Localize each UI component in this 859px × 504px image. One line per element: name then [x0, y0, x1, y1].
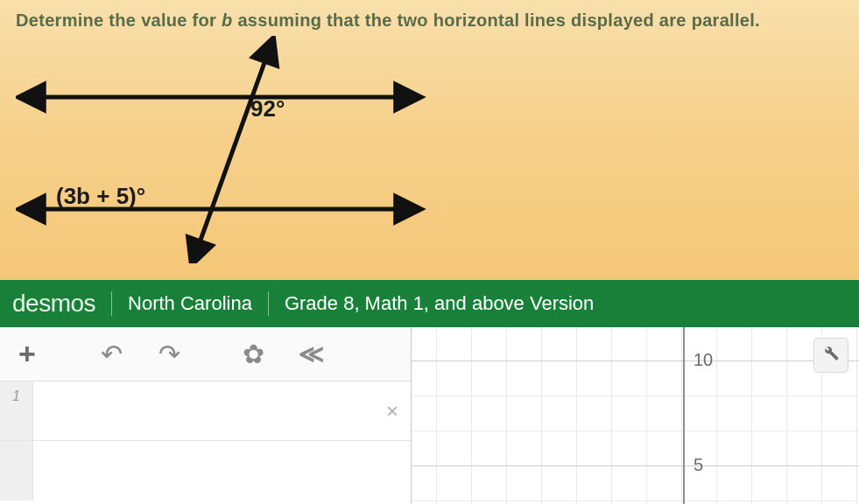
collapse-panel-button[interactable]: ≪	[292, 336, 329, 373]
question-suffix: assuming that the two horizontal lines d…	[233, 10, 760, 30]
redo-button[interactable]: ↷	[151, 336, 187, 373]
row-index: 1	[0, 382, 33, 440]
svg-line-2	[195, 48, 270, 255]
question-prefix: Determine the value for	[16, 10, 222, 30]
geometry-figure: 92° (3b + 5)°	[16, 36, 436, 263]
expression-toolbar: + ↶ ↷ ✿ ≪	[0, 327, 411, 382]
calculator-area: + ↶ ↷ ✿ ≪ 1 × 10 5	[0, 327, 859, 504]
angle-label-3b5: (3b + 5)°	[56, 183, 145, 210]
row-index-empty	[0, 441, 33, 500]
desmos-header: desmos North Carolina Grade 8, Math 1, a…	[0, 280, 859, 327]
y-axis	[683, 327, 685, 504]
version-label: Grade 8, Math 1, and above Version	[285, 292, 594, 315]
desmos-logo: desmos	[12, 290, 95, 318]
gridline-major	[412, 360, 859, 361]
question-variable: b	[222, 10, 233, 30]
wrench-icon	[822, 344, 840, 367]
graph-panel[interactable]: 10 5	[412, 327, 859, 504]
undo-button[interactable]: ↶	[93, 336, 130, 373]
delete-expression-button[interactable]: ×	[386, 399, 398, 424]
question-text: Determine the value for b assuming that …	[16, 10, 843, 31]
graph-settings-button[interactable]	[813, 338, 848, 373]
expression-row-empty[interactable]	[0, 441, 411, 500]
expression-panel: + ↶ ↷ ✿ ≪ 1 ×	[0, 327, 412, 504]
divider	[111, 291, 112, 316]
settings-button[interactable]: ✿	[235, 336, 271, 373]
expression-input-empty[interactable]	[33, 441, 411, 500]
question-area: Determine the value for b assuming that …	[0, 0, 859, 280]
figure-svg	[16, 36, 436, 263]
gridline-major	[412, 466, 859, 466]
expression-row[interactable]: 1 ×	[0, 382, 411, 441]
graph-grid	[412, 327, 859, 504]
y-tick-5: 5	[694, 455, 703, 475]
y-tick-10: 10	[694, 350, 713, 370]
divider	[268, 291, 269, 316]
expression-input[interactable]: ×	[33, 382, 411, 440]
add-expression-button[interactable]: +	[9, 336, 46, 373]
region-label: North Carolina	[128, 292, 252, 315]
angle-label-92: 92°	[250, 95, 285, 122]
